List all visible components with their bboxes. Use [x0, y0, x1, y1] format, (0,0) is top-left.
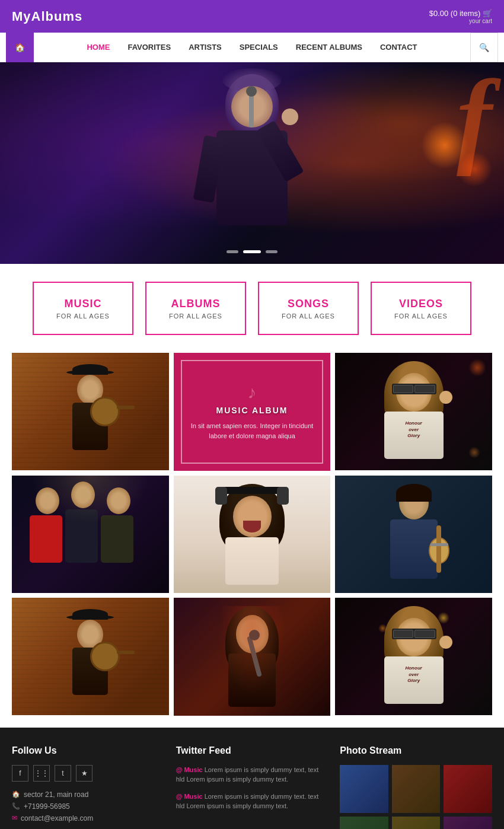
hero-dot-3[interactable] — [266, 250, 277, 253]
hero-banner: f — [0, 62, 504, 264]
social-star[interactable]: ★ — [76, 765, 92, 782]
email-icon: ✉ — [12, 814, 17, 822]
photo-stream-title: Photo Stream — [340, 745, 492, 756]
category-videos-sub: FOR ALL AGES — [394, 313, 448, 320]
gallery-item-5[interactable] — [174, 476, 331, 594]
hero-pagination — [227, 250, 277, 253]
hero-dot-2[interactable] — [243, 250, 261, 253]
photo-thumb-1[interactable] — [340, 765, 388, 814]
nav-link-artists[interactable]: ARTISTS — [189, 43, 222, 52]
footer-phone: 📞 +71999-56985 — [12, 802, 164, 811]
twitter-text-2: @ Music Lorem ipsum is simply dummy text… — [176, 792, 328, 811]
nav-link-specials[interactable]: SPECIALS — [240, 43, 278, 52]
twitter-handle-2: @ Music — [176, 793, 203, 800]
social-facebook[interactable]: f — [12, 765, 28, 782]
social-icons-row: f ⋮⋮ t ★ — [12, 765, 164, 782]
main-nav: 🏠 HOME FAVORITES ARTISTS SPECIALS RECENT… — [0, 33, 504, 62]
twitter-item-2: @ Music Lorem ipsum is simply dummy text… — [176, 792, 328, 811]
category-albums-sub: FOR ALL AGES — [169, 313, 222, 320]
album-overlay: ♪ MUSIC ALBUM In sit amet sapien eros. I… — [174, 353, 331, 471]
category-albums[interactable]: ALBUMS FOR ALL AGES — [145, 282, 246, 335]
category-videos-title: VIDEOS — [399, 298, 443, 310]
gallery-item-6[interactable] — [335, 476, 492, 593]
category-music-sub: FOR ALL AGES — [56, 313, 110, 320]
gallery-item-9[interactable]: HonouroverGlory — [335, 598, 492, 715]
twitter-item-1: @ Music Lorem ipsum is simply dummy text… — [176, 765, 328, 785]
category-songs[interactable]: SONGS FOR ALL AGES — [258, 282, 359, 335]
category-videos[interactable]: VIDEOS FOR ALL AGES — [371, 282, 471, 335]
social-rss[interactable]: ⋮⋮ — [33, 765, 50, 782]
phone-text: +71999-56985 — [24, 802, 70, 811]
address-icon: 🏠 — [12, 790, 20, 798]
twitter-handle-1: @ Music — [176, 766, 203, 773]
twitter-feed-title: Twitter Feed — [176, 745, 328, 756]
gallery-item-album[interactable]: ♪ MUSIC ALBUM In sit amet sapien eros. I… — [174, 353, 331, 471]
categories-section: MUSIC FOR ALL AGES ALBUMS FOR ALL AGES S… — [0, 264, 504, 353]
search-button[interactable]: 🔍 — [470, 33, 498, 62]
home-button[interactable]: 🏠 — [6, 33, 34, 62]
footer-email: ✉ contact@example.com — [12, 814, 164, 822]
hero-dot-1[interactable] — [227, 250, 238, 253]
photo-stream-grid — [340, 765, 492, 830]
footer-grid: Follow Us f ⋮⋮ t ★ 🏠 sector 21, main roa… — [12, 745, 492, 830]
nav-links: HOME FAVORITES ARTISTS SPECIALS RECENT A… — [34, 43, 470, 52]
cart-amount: $0.00 (0 items) — [429, 9, 481, 18]
footer-photo-stream: Photo Stream — [340, 745, 492, 830]
address-text: sector 21, main road — [24, 790, 88, 799]
nav-link-contact[interactable]: CONTACT — [380, 43, 417, 52]
gallery-item-1[interactable] — [12, 353, 169, 470]
category-music-title: MUSIC — [65, 298, 102, 310]
photo-thumb-6[interactable] — [444, 817, 492, 829]
photo-thumb-3[interactable] — [444, 765, 492, 814]
site-logo[interactable]: MyAlbums — [12, 9, 82, 24]
category-albums-title: ALBUMS — [171, 298, 221, 310]
footer-twitter-feed: Twitter Feed @ Music Lorem ipsum is simp… — [176, 745, 328, 830]
cart-area[interactable]: $0.00 (0 items) 🛒 your cart — [429, 9, 492, 24]
site-footer: Follow Us f ⋮⋮ t ★ 🏠 sector 21, main roa… — [0, 728, 504, 830]
phone-icon: 📞 — [12, 802, 20, 810]
nav-link-home[interactable]: HOME — [87, 43, 110, 52]
photo-thumb-5[interactable] — [392, 817, 441, 829]
gallery-item-7[interactable] — [12, 598, 169, 715]
cart-subtext: your cart — [429, 18, 492, 24]
cart-icon: 🛒 — [483, 9, 492, 18]
album-title: MUSIC ALBUM — [216, 406, 288, 415]
nav-link-favorites[interactable]: FAVORITES — [127, 43, 171, 52]
gallery-item-8[interactable] — [174, 598, 331, 716]
photo-thumb-2[interactable] — [392, 765, 441, 814]
nav-link-recent-albums[interactable]: RECENT ALBUMS — [296, 43, 362, 52]
album-description: In sit amet sapien eros. Integer in tinc… — [186, 421, 319, 441]
site-header: MyAlbums $0.00 (0 items) 🛒 your cart — [0, 0, 504, 33]
footer-address: 🏠 sector 21, main road — [12, 790, 164, 799]
twitter-text-1: @ Music Lorem ipsum is simply dummy text… — [176, 765, 328, 785]
photo-thumb-4[interactable] — [340, 817, 388, 829]
email-text: contact@example.com — [21, 814, 93, 822]
social-twitter[interactable]: t — [55, 765, 71, 782]
gallery-section: ♪ MUSIC ALBUM In sit amet sapien eros. I… — [0, 353, 504, 728]
follow-us-title: Follow Us — [12, 745, 164, 756]
footer-follow-us: Follow Us f ⋮⋮ t ★ 🏠 sector 21, main roa… — [12, 745, 164, 830]
category-music[interactable]: MUSIC FOR ALL AGES — [33, 282, 133, 335]
category-songs-sub: FOR ALL AGES — [282, 313, 335, 320]
gallery-item-4[interactable] — [12, 476, 169, 593]
gallery-item-3[interactable]: HonouroverGlory — [335, 353, 492, 470]
category-songs-title: SONGS — [288, 298, 329, 310]
